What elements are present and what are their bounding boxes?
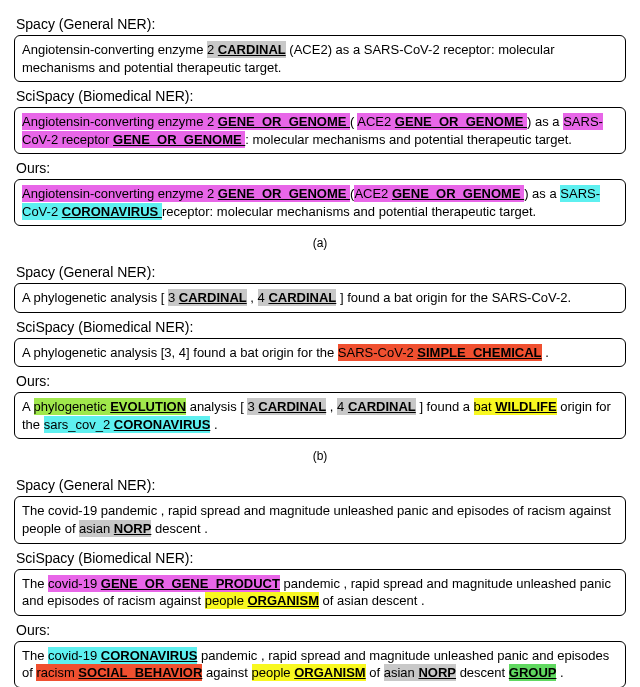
entity-gene: ACE2 bbox=[354, 185, 392, 202]
text: The bbox=[22, 576, 48, 591]
label-coronavirus: CORONAVIRUS bbox=[114, 416, 211, 433]
text: , bbox=[326, 399, 337, 414]
label-norp: NORP bbox=[114, 520, 152, 537]
caption-a: (a) bbox=[14, 236, 626, 250]
label-scispacy-c: SciSpacy (Biomedical NER): bbox=[16, 550, 624, 566]
entity-organism: people bbox=[252, 664, 295, 681]
entity-social-behavior: racism bbox=[36, 664, 78, 681]
label-organism: ORGANISM bbox=[294, 664, 366, 681]
text: : molecular mechanisms and potential the… bbox=[245, 132, 572, 147]
text: . bbox=[210, 417, 217, 432]
text: of asian descent . bbox=[319, 593, 425, 608]
box-spacy-b: A phylogenetic analysis [ 3 CARDINAL , 4… bbox=[14, 283, 626, 313]
text: descent bbox=[456, 665, 509, 680]
entity-evolution: phylogenetic bbox=[34, 398, 111, 415]
label-spacy-a: Spacy (General NER): bbox=[16, 16, 624, 32]
box-spacy-a: Angiotensin-converting enzyme 2 CARDINAL… bbox=[14, 35, 626, 82]
text: . bbox=[542, 345, 549, 360]
text: A phylogenetic analysis [3, 4] found a b… bbox=[22, 345, 338, 360]
entity-cardinal: 2 bbox=[207, 41, 218, 58]
label-coronavirus: CORONAVIRUS bbox=[101, 647, 198, 664]
box-scispacy-b: A phylogenetic analysis [3, 4] found a b… bbox=[14, 338, 626, 368]
label-social-behavior: SOCIAL_BEHAVIOR bbox=[78, 664, 202, 681]
text: receptor: molecular mechanisms and poten… bbox=[162, 204, 536, 219]
label-evolution: EVOLUTION bbox=[110, 398, 186, 415]
entity-chemical: SARS-CoV-2 bbox=[338, 344, 417, 361]
entity-gene: Angiotensin-converting enzyme 2 bbox=[22, 113, 218, 130]
entity-cardinal: 4 bbox=[258, 289, 269, 306]
box-ours-a: Angiotensin-converting enzyme 2 GENE_OR_… bbox=[14, 179, 626, 226]
label-gene: GENE_OR_GENOME bbox=[218, 185, 350, 202]
box-scispacy-a: Angiotensin-converting enzyme 2 GENE_OR_… bbox=[14, 107, 626, 154]
label-ours-a: Ours: bbox=[16, 160, 624, 176]
text: , bbox=[247, 290, 258, 305]
text: ] found a bat origin for the SARS-CoV-2. bbox=[336, 290, 571, 305]
label-scispacy-a: SciSpacy (Biomedical NER): bbox=[16, 88, 624, 104]
label-cardinal: CARDINAL bbox=[268, 289, 336, 306]
text: ) as a bbox=[527, 114, 563, 129]
entity-gene: Angiotensin-converting enzyme 2 bbox=[22, 185, 218, 202]
label-cardinal: CARDINAL bbox=[258, 398, 326, 415]
label-gene: GENE_OR_GENE_PRODUCT bbox=[101, 575, 280, 592]
label-wildlife: WILDLIFE bbox=[495, 398, 556, 415]
label-cardinal: CARDINAL bbox=[348, 398, 416, 415]
entity-norp: asian bbox=[79, 520, 114, 537]
entity-norp: asian bbox=[384, 664, 419, 681]
label-ours-b: Ours: bbox=[16, 373, 624, 389]
text: ) as a bbox=[524, 186, 560, 201]
entity-cardinal: 3 bbox=[247, 398, 258, 415]
box-spacy-c: The covid-19 pandemic , rapid spread and… bbox=[14, 496, 626, 543]
text: descent . bbox=[151, 521, 207, 536]
entity-coronavirus: sars_cov_2 bbox=[44, 416, 114, 433]
text: Angiotensin-converting enzyme bbox=[22, 42, 207, 57]
text: analysis [ bbox=[186, 399, 247, 414]
label-coronavirus: CORONAVIRUS bbox=[62, 203, 162, 220]
label-gene: GENE_OR_GENOME bbox=[395, 113, 527, 130]
text: A phylogenetic analysis [ bbox=[22, 290, 168, 305]
box-ours-c: The covid-19 CORONAVIRUS pandemic , rapi… bbox=[14, 641, 626, 687]
text: against bbox=[202, 665, 251, 680]
text: . bbox=[556, 665, 563, 680]
entity-organism: people bbox=[205, 592, 248, 609]
label-group: GROUP bbox=[509, 664, 557, 681]
text: A bbox=[22, 399, 34, 414]
entity-cardinal: 4 bbox=[337, 398, 348, 415]
label-gene: GENE_OR_GENOME bbox=[218, 113, 350, 130]
entity-coronavirus: covid-19 bbox=[48, 647, 101, 664]
caption-b: (b) bbox=[14, 449, 626, 463]
label-spacy-c: Spacy (General NER): bbox=[16, 477, 624, 493]
entity-gene: ACE2 bbox=[357, 113, 395, 130]
entity-cardinal: 3 bbox=[168, 289, 179, 306]
text: of bbox=[366, 665, 384, 680]
entity-wildlife: bat bbox=[474, 398, 496, 415]
label-cardinal: CARDINAL bbox=[179, 289, 247, 306]
label-ours-c: Ours: bbox=[16, 622, 624, 638]
entity-gene: covid-19 bbox=[48, 575, 101, 592]
label-gene: GENE_OR_GENOME bbox=[113, 131, 245, 148]
label-gene: GENE_OR_GENOME bbox=[392, 185, 524, 202]
text: ] found a bbox=[416, 399, 474, 414]
label-norp: NORP bbox=[418, 664, 456, 681]
label-organism: ORGANISM bbox=[247, 592, 319, 609]
box-ours-b: A phylogenetic EVOLUTION analysis [ 3 CA… bbox=[14, 392, 626, 439]
label-cardinal: CARDINAL bbox=[218, 41, 286, 58]
label-scispacy-b: SciSpacy (Biomedical NER): bbox=[16, 319, 624, 335]
label-spacy-b: Spacy (General NER): bbox=[16, 264, 624, 280]
label-chemical: SIMPLE_CHEMICAL bbox=[417, 344, 541, 361]
text: The bbox=[22, 648, 48, 663]
box-scispacy-c: The covid-19 GENE_OR_GENE_PRODUCT pandem… bbox=[14, 569, 626, 616]
